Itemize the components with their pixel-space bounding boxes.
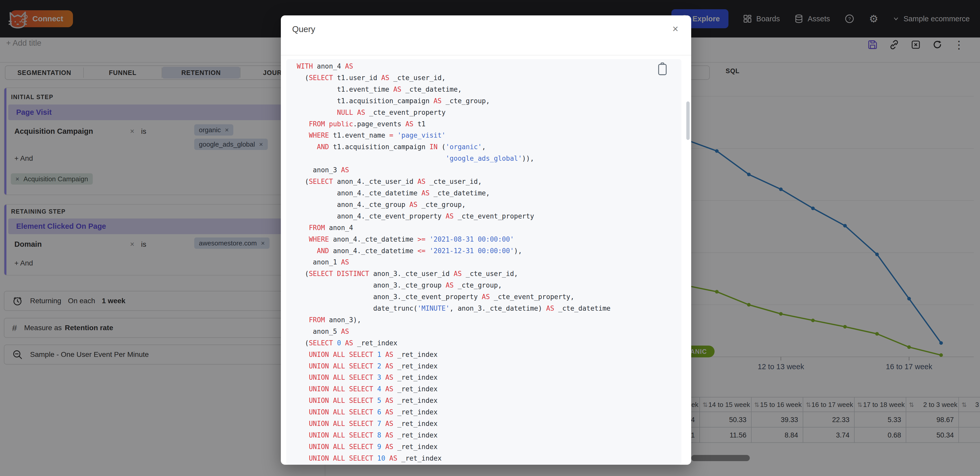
code-line: WITH anon_4 AS	[297, 60, 611, 72]
code-line: FROM public.page_events AS t1	[297, 118, 611, 130]
code-line: (SELECT DISTINCT anon_3._cte_user_id AS …	[297, 268, 611, 279]
code-line: (SELECT 0 AS _ret_index	[297, 337, 611, 349]
code-line: UNION ALL SELECT 7 AS _ret_index	[297, 418, 611, 430]
code-line: t1.acquisition_campaign AS _cte_group,	[297, 95, 611, 107]
code-line: WHERE anon_4._cte_datetime >= '2021-08-3…	[297, 234, 611, 245]
code-line: UNION ALL SELECT 2 AS _ret_index	[297, 360, 611, 372]
code-line: AND t1.acquisition_campaign IN ('organic…	[297, 141, 611, 153]
code-line: t1.event_time AS _cte_datetime,	[297, 84, 611, 95]
sql-code: WITH anon_4 AS (SELECT t1.user_id AS _ct…	[297, 60, 611, 465]
code-line: date_trunc('MINUTE', anon_3._cte_datetim…	[297, 303, 611, 314]
code-line: FROM anon_4	[297, 222, 611, 234]
code-line: UNION ALL SELECT 11 AS _ret_index	[297, 464, 611, 465]
code-line: anon_3._cte_event_property AS _cte_event…	[297, 291, 611, 303]
code-line: anon_3._cte_group AS _cte_group,	[297, 279, 611, 291]
sql-code-panel: WITH anon_4 AS (SELECT t1.user_id AS _ct…	[286, 59, 681, 465]
code-line: anon_5 AS	[297, 326, 611, 337]
code-line: NULL AS _cte_event_property	[297, 107, 611, 118]
code-line: UNION ALL SELECT 9 AS _ret_index	[297, 441, 611, 453]
close-icon[interactable]: ×	[673, 24, 678, 34]
copy-icon[interactable]	[657, 62, 668, 76]
code-line: anon_4._cte_group AS _cte_group,	[297, 199, 611, 211]
code-line: UNION ALL SELECT 4 AS _ret_index	[297, 383, 611, 395]
code-line: anon_4._cte_event_property AS _cte_event…	[297, 211, 611, 222]
modal-title: Query	[292, 24, 315, 34]
code-line: UNION ALL SELECT 3 AS _ret_index	[297, 372, 611, 383]
code-line: 'google_ads_global')),	[297, 153, 611, 164]
code-line: UNION ALL SELECT 10 AS _ret_index	[297, 453, 611, 464]
modal-scrollbar-thumb[interactable]	[686, 102, 690, 140]
code-line: UNION ALL SELECT 6 AS _ret_index	[297, 406, 611, 418]
code-line: UNION ALL SELECT 8 AS _ret_index	[297, 430, 611, 441]
modal-header-divider	[281, 55, 691, 56]
code-line: anon_1 AS	[297, 257, 611, 268]
code-line: (SELECT t1.user_id AS _cte_user_id,	[297, 72, 611, 84]
code-line: (SELECT anon_4._cte_user_id AS _cte_user…	[297, 176, 611, 187]
code-line: FROM anon_3),	[297, 314, 611, 326]
code-line: anon_3 AS	[297, 164, 611, 176]
app-root: Connect Explore	[0, 0, 980, 476]
code-line: UNION ALL SELECT 1 AS _ret_index	[297, 349, 611, 360]
code-line: anon_4._cte_datetime AS _cte_datetime,	[297, 187, 611, 199]
code-line: WHERE t1.event_name = 'page_visit'	[297, 130, 611, 141]
query-modal: Query × WITH anon_4 AS (SELECT t1.user_i…	[281, 16, 691, 465]
code-line: UNION ALL SELECT 5 AS _ret_index	[297, 395, 611, 406]
code-line: AND anon_4._cte_datetime <= '2021-12-31 …	[297, 245, 611, 257]
